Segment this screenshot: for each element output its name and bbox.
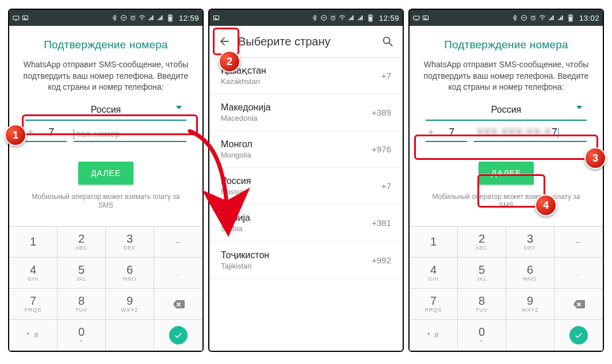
country-item-tajikistan[interactable]: ТоҷикистонTajikistan+992 <box>209 242 403 279</box>
next-button[interactable]: ДАЛЕЕ <box>479 162 534 185</box>
keypad-key-4[interactable]: 4GHI <box>410 258 458 289</box>
verify-subtitle: WhatsApp отправит SMS-сообщение, чтобы п… <box>9 57 202 100</box>
country-code-value: 7 <box>36 127 67 141</box>
keyboard-status-icon <box>13 14 20 21</box>
keypad-done[interactable] <box>154 320 202 351</box>
keypad-key-6[interactable]: 6MNO <box>506 258 554 289</box>
keypad-key-0[interactable]: 0+ <box>58 320 106 351</box>
keypad-done[interactable] <box>554 320 603 351</box>
keypad-side[interactable]: * # <box>9 320 58 351</box>
phone-number-input[interactable]: ХХХ ХХХ-ХХ-Х7 <box>474 127 587 142</box>
verify-subtitle: WhatsApp отправит SMS-сообщение, чтобы п… <box>410 57 603 100</box>
alarm-icon <box>129 14 136 21</box>
keypad-key-5[interactable]: 5JKL <box>458 258 506 289</box>
country-item-code: +992 <box>372 255 391 265</box>
keypad-key-2[interactable]: 2ABC <box>458 227 506 258</box>
svg-rect-1 <box>15 20 17 21</box>
check-icon <box>174 331 183 340</box>
signal-icon-2 <box>157 14 164 21</box>
country-item-code: +7 <box>381 181 391 191</box>
phone-number-placeholder: тел. номер <box>74 129 186 141</box>
country-code-input[interactable]: + 7 <box>426 127 467 142</box>
status-clock: 13:02 <box>579 14 599 22</box>
text-cursor <box>558 128 559 138</box>
verify-title: Подтверждение номера <box>9 26 202 57</box>
appbar-title: Выберите страну <box>236 35 376 48</box>
appbar: Выберите страну <box>209 26 403 57</box>
phone-number-value: ХХХ ХХХ-ХХ-Х7 <box>474 127 587 141</box>
keypad-key-4[interactable]: 4GHI <box>9 258 58 289</box>
keypad-key-9[interactable]: 9WXYZ <box>506 289 554 320</box>
arrow-left-icon <box>218 35 231 48</box>
country-item-name: Россия <box>221 176 381 186</box>
country-code-value: 7 <box>437 127 467 141</box>
status-bar: 13:02 <box>410 10 603 26</box>
country-item-code: +7 <box>381 71 391 81</box>
signal-icon-2 <box>557 14 564 21</box>
keypad-key-2[interactable]: 2ABC <box>58 227 106 258</box>
keypad-side[interactable] <box>506 320 554 351</box>
phone-number-input[interactable]: тел. номер <box>74 129 186 142</box>
country-item-macedonia[interactable]: МакедонијаMacedonia+389 <box>209 94 403 131</box>
keypad-key-7[interactable]: 7PRQS <box>9 289 58 320</box>
bluetooth-icon <box>311 14 318 21</box>
keypad-key-8[interactable]: 8TUV <box>58 289 106 320</box>
keypad-key-9[interactable]: 9WXYZ <box>106 289 154 320</box>
keypad-key-8[interactable]: 8TUV <box>458 289 506 320</box>
plus-icon: + <box>25 127 36 141</box>
country-item-code: +381 <box>372 218 391 228</box>
signal-icon-1 <box>348 14 355 21</box>
svg-rect-22 <box>414 16 419 20</box>
back-button[interactable] <box>213 30 236 53</box>
keypad-key-5[interactable]: 5JKL <box>58 258 106 289</box>
phone-screenshot-3: 13:02 Подтверждение номера WhatsApp отпр… <box>408 9 604 352</box>
country-item-sub: Macedonia <box>221 114 372 122</box>
country-picker[interactable]: Россия <box>25 100 186 121</box>
keypad-backspace[interactable] <box>154 289 202 320</box>
verify-title: Подтверждение номера <box>410 26 603 57</box>
dnd-icon <box>521 14 527 21</box>
dnd-icon <box>120 14 127 21</box>
keypad-key-1[interactable]: 1 <box>410 227 458 258</box>
keypad-side[interactable]: . <box>154 258 202 289</box>
keypad-side[interactable]: – <box>154 227 202 258</box>
search-button[interactable] <box>376 30 399 53</box>
svg-point-20 <box>384 37 390 44</box>
image-status-icon <box>422 14 429 21</box>
keypad-key-1[interactable]: 1 <box>9 227 58 258</box>
keypad-side[interactable]: * # <box>410 320 458 351</box>
sms-fee-note: Мобильный оператор может взимать плату з… <box>410 185 603 210</box>
wifi-icon <box>139 14 146 21</box>
next-button[interactable]: ДАЛЕЕ <box>78 162 133 185</box>
country-picker-value: Россия <box>25 100 186 120</box>
country-item-russia[interactable]: РоссияRussia+7 <box>209 168 403 205</box>
keypad-side[interactable] <box>106 320 154 351</box>
country-list[interactable]: ҚазақстанKazakhstan+7МакедонијаMacedonia… <box>209 57 403 279</box>
country-item-serbia[interactable]: СрбијаSerbia+381 <box>209 205 403 242</box>
keypad-backspace[interactable] <box>554 289 603 320</box>
keypad-key-0[interactable]: 0+ <box>458 320 506 351</box>
keypad-side[interactable]: – <box>554 227 603 258</box>
phone-input-row: + 7 ХХХ ХХХ-ХХ-Х7 <box>426 127 587 142</box>
country-item-name: Србија <box>221 213 372 223</box>
keypad-key-7[interactable]: 7PRQS <box>410 289 458 320</box>
chevron-down-icon <box>176 106 182 109</box>
keypad-key-3[interactable]: 3DEF <box>106 227 154 258</box>
svg-point-16 <box>342 20 343 21</box>
signal-icon-1 <box>548 14 555 21</box>
svg-line-21 <box>389 43 393 47</box>
svg-rect-9 <box>170 14 171 15</box>
numeric-keypad: 12ABC3DEF–4GHI5JKL6MNO.7PRQS8TUV9WXYZ* #… <box>410 226 603 351</box>
keypad-key-3[interactable]: 3DEF <box>506 227 554 258</box>
svg-rect-23 <box>415 20 418 21</box>
keypad-key-6[interactable]: 6MNO <box>106 258 154 289</box>
keypad-side[interactable]: . <box>554 258 603 289</box>
country-code-input[interactable]: + 7 <box>25 127 67 142</box>
country-item-mongolia[interactable]: МонголMongolia+976 <box>209 131 403 168</box>
bluetooth-icon <box>511 14 518 21</box>
country-item-sub: Serbia <box>221 224 372 233</box>
svg-rect-32 <box>569 17 572 21</box>
phone-screenshot-1: 12:59 Подтверждение номера WhatsApp отпр… <box>8 9 204 352</box>
country-picker[interactable]: Россия <box>426 100 587 121</box>
country-item-kazakhstan[interactable]: ҚазақстанKazakhstan+7 <box>209 57 403 94</box>
